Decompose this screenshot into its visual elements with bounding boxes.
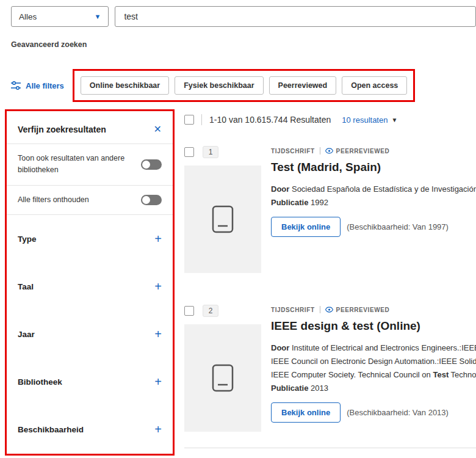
toggle-label: Toon ook resultaten van andere bibliothe… [18, 153, 126, 176]
result-meta-row: TIJDSCHRIFT PEERREVIEWED [271, 147, 476, 154]
result-publication-line: Publicatie 1992 [271, 196, 476, 209]
result-select-row: 1 [184, 146, 261, 158]
result-actions: Bekijk online (Beschikbaarheid: Van 1997… [271, 217, 476, 237]
highlighted-term: Test [433, 370, 449, 379]
search-bar: Alles ▼ [0, 0, 476, 27]
divider [201, 114, 202, 125]
resource-type-label: TIJDSCHRIFT [271, 148, 315, 154]
peer-reviewed-label: PEERREVIEWED [336, 148, 390, 154]
facet-section-label: Taal [18, 282, 34, 291]
author-text: Institute of Electrical and Electronics … [292, 343, 476, 352]
results-count-summary: 1-10 van 10.615.744 Resultaten [209, 115, 331, 125]
remember-filters-toggle[interactable] [141, 195, 162, 205]
result-title[interactable]: IEEE design & test (Online) [271, 319, 476, 333]
filter-chip-online[interactable]: Online beschikbaar [81, 76, 169, 95]
author-text: Sociedad Española de Estadística y de In… [292, 184, 476, 194]
filter-chip-open-access[interactable]: Open access [342, 76, 407, 95]
divider [320, 147, 320, 154]
result-details: TIJDSCHRIFT PEERREVIEWED IEEE design & t… [271, 305, 476, 432]
filter-chip-peerreviewed[interactable]: Peerreviewed [269, 76, 337, 95]
publicatie-year: 2013 [311, 383, 328, 393]
facet-section-label: Bibliotheek [18, 377, 62, 387]
toggle-row-remember-filters: Alle filters onthouden [7, 186, 173, 214]
author-text: Technology [451, 370, 476, 379]
annotation-box-filter-chips: Online beschikbaar Fysiek beschikbaar Pe… [73, 69, 415, 102]
advanced-search-link[interactable]: Geavanceerd zoeken [11, 40, 87, 49]
eye-icon [325, 307, 333, 313]
result-author-line: IEEE Computer Society. Technical Council… [271, 368, 476, 382]
sliders-icon [11, 81, 21, 90]
eye-icon [325, 148, 333, 154]
result-author-line: IEEE Council on Electronic Design Automa… [271, 355, 476, 368]
result-checkbox[interactable] [184, 306, 194, 316]
result-author-line: Door Sociedad Española de Estadística y … [271, 183, 476, 196]
all-filters-label: Alle filters [26, 81, 64, 90]
publicatie-label: Publicatie [271, 383, 308, 393]
plus-icon: + [154, 423, 162, 435]
results-header: 1-10 van 10.615.744 Resultaten 10 result… [184, 109, 476, 125]
filter-chip-fysiek[interactable]: Fysiek beschikbaar [175, 76, 263, 95]
search-input[interactable] [115, 6, 476, 27]
door-label: Door [271, 184, 289, 194]
author-text: IEEE Council on Electronic Design Automa… [271, 357, 476, 366]
other-libraries-toggle[interactable] [141, 159, 162, 170]
bekijk-online-button[interactable]: Bekijk online [271, 402, 341, 423]
availability-text: (Beschikbaarheid: Van 2013) [347, 408, 449, 417]
plus-icon: + [154, 376, 162, 388]
result-checkbox[interactable] [184, 147, 194, 157]
result-thumbnail[interactable] [184, 324, 261, 432]
toggle-row-other-libraries: Toon ook resultaten van andere bibliothe… [7, 144, 173, 185]
results-per-page-dropdown[interactable]: 10 resultaten ▼ [342, 115, 397, 125]
facet-section-type[interactable]: Type + [7, 215, 173, 263]
result-thumbnail[interactable] [184, 165, 261, 273]
peer-reviewed-label: PEERREVIEWED [336, 307, 390, 313]
content-area: Verfijn zoekresultaten ✕ Toon ook result… [0, 109, 476, 456]
result-title[interactable]: Test (Madrid, Spain) [271, 161, 476, 174]
publicatie-year: 1992 [311, 198, 328, 207]
facet-section-bibliotheek[interactable]: Bibliotheek + [7, 358, 173, 405]
annotation-box-facet-sidebar: Verfijn zoekresultaten ✕ Toon ook result… [5, 109, 175, 456]
toggle-label: Alle filters onthouden [18, 194, 126, 206]
result-publication-line: Publicatie 2013 [271, 382, 476, 395]
result-meta-row: TIJDSCHRIFT PEERREVIEWED [271, 306, 476, 313]
chevron-down-icon: ▼ [95, 13, 101, 20]
door-label: Door [271, 343, 289, 352]
availability-text: (Beschikbaarheid: Van 1997) [347, 222, 449, 231]
divider [320, 306, 320, 313]
result-actions: Bekijk online (Beschikbaarheid: Van 2013… [271, 402, 476, 423]
facet-section-beschikbaarheid[interactable]: Beschikbaarheid + [7, 405, 173, 453]
facet-section-label: Jaar [18, 330, 35, 339]
facet-panel-title: Verfijn zoekresultaten [18, 125, 106, 134]
resource-type-label: TIJDSCHRIFT [271, 307, 315, 313]
select-all-checkbox[interactable] [184, 115, 194, 125]
plus-icon: + [154, 233, 162, 245]
chevron-down-icon: ▼ [391, 117, 397, 123]
plus-icon: + [154, 280, 162, 293]
filter-bar: Alle filters Online beschikbaar Fysiek b… [11, 69, 476, 102]
results-area: 1-10 van 10.615.744 Resultaten 10 result… [184, 109, 476, 448]
peer-reviewed-badge: PEERREVIEWED [325, 307, 390, 313]
result-index-badge: 2 [203, 305, 218, 317]
result-author-line: Door Institute of Electrical and Electro… [271, 341, 476, 355]
result-left-column: 1 [184, 146, 261, 273]
all-filters-button[interactable]: Alle filters [11, 81, 64, 90]
result-details: TIJDSCHRIFT PEERREVIEWED Test (Madrid, S… [271, 146, 476, 273]
plus-icon: + [154, 328, 162, 340]
peer-reviewed-badge: PEERREVIEWED [325, 148, 390, 154]
divider [184, 448, 476, 448]
result-index-badge: 1 [203, 146, 218, 158]
search-scope-dropdown[interactable]: Alles ▼ [11, 6, 109, 27]
result-item: 1 TIJDSCHRIFT [184, 146, 476, 273]
bekijk-online-button[interactable]: Bekijk online [271, 217, 341, 237]
facet-section-label: Type [18, 234, 37, 244]
facet-panel-header: Verfijn zoekresultaten ✕ [7, 111, 173, 144]
publicatie-label: Publicatie [271, 198, 308, 207]
facet-section-jaar[interactable]: Jaar + [7, 310, 173, 358]
results-per-page-label: 10 resultaten [342, 115, 388, 125]
search-scope-value: Alles [19, 12, 37, 21]
facet-section-taal[interactable]: Taal + [7, 263, 173, 310]
journal-icon [212, 205, 234, 233]
close-icon[interactable]: ✕ [154, 123, 162, 135]
result-item: 2 TIJDSCHRIFT [184, 305, 476, 432]
result-select-row: 2 [184, 305, 261, 317]
